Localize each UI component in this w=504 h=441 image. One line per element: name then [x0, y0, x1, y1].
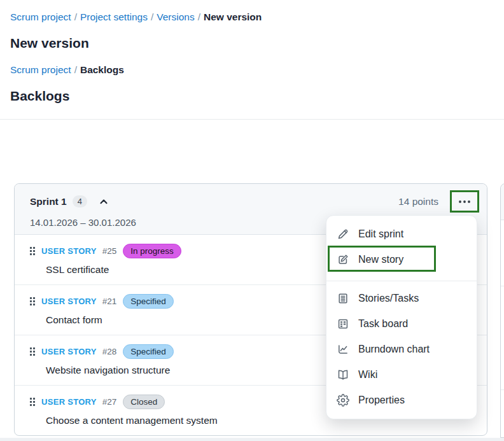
bottom-section-edge: [0, 438, 504, 441]
sprint-more-button[interactable]: [450, 190, 479, 213]
document-lines-icon: [337, 292, 349, 305]
sprint-name: Sprint 1: [30, 196, 67, 207]
menu-item-label: Edit sprint: [358, 228, 403, 240]
breadcrumb-separator: /: [74, 11, 77, 22]
menu-item-stories-tasks[interactable]: Stories/Tasks: [326, 286, 477, 311]
breadcrumb-link-scrum-project[interactable]: Scrum project: [10, 64, 71, 75]
drag-handle-icon[interactable]: [30, 297, 35, 305]
story-id: #25: [102, 246, 117, 256]
sprint-points: 14 points: [398, 196, 438, 207]
breadcrumb-current: New version: [204, 11, 262, 22]
section-title: Backlogs: [10, 88, 494, 104]
story-type-link[interactable]: USER STORY: [41, 347, 97, 356]
story-id: #27: [102, 397, 117, 407]
drag-handle-icon[interactable]: [30, 347, 35, 356]
section-divider: [0, 119, 504, 120]
menu-item-label: Task board: [358, 318, 408, 330]
drag-handle-icon[interactable]: [30, 398, 35, 406]
breadcrumb: Scrum project/Project settings/Versions/…: [10, 11, 494, 23]
breadcrumb-separator: /: [198, 11, 200, 22]
story-id: #21: [102, 297, 117, 306]
menu-item-label: Burndown chart: [358, 344, 430, 355]
story-count-badge: 4: [73, 195, 87, 207]
line-chart-icon: [337, 343, 349, 356]
breadcrumb-separator: /: [151, 11, 153, 22]
menu-item-burndown-chart[interactable]: Burndown chart: [326, 337, 477, 362]
more-horizontal-icon: [458, 200, 472, 204]
menu-item-new-story[interactable]: New story: [326, 247, 477, 272]
breadcrumb-link-scrum-project[interactable]: Scrum project: [10, 11, 71, 22]
breadcrumb-link-versions[interactable]: Versions: [157, 11, 194, 22]
menu-item-label: Stories/Tasks: [358, 293, 419, 304]
menu-item-task-board[interactable]: Task board: [326, 311, 477, 337]
menu-divider: [326, 281, 477, 281]
compose-icon: [337, 253, 349, 266]
pencil-icon: [337, 228, 349, 241]
story-type-link[interactable]: USER STORY: [41, 397, 97, 407]
status-badge: Specified: [123, 294, 174, 309]
story-id: #28: [102, 347, 117, 356]
page-header: Scrum project/Project settings/Versions/…: [0, 0, 504, 104]
breadcrumb-link-project-settings[interactable]: Project settings: [80, 11, 148, 22]
breadcrumb-separator: /: [74, 64, 77, 75]
menu-item-wiki[interactable]: Wiki: [326, 362, 477, 388]
menu-item-label: Wiki: [358, 369, 377, 381]
menu-item-properties[interactable]: Properties: [326, 388, 477, 413]
menu-item-label: Properties: [358, 395, 405, 406]
open-book-icon: [337, 368, 349, 381]
sprint-context-menu: Edit sprint New story Stories/Tasks Task…: [326, 215, 477, 419]
breadcrumb-current: Backlogs: [80, 64, 124, 75]
status-badge: Closed: [123, 395, 165, 409]
board-icon: [337, 318, 349, 330]
story-type-link[interactable]: USER STORY: [41, 297, 97, 306]
menu-item-label: New story: [358, 254, 403, 265]
chevron-up-icon: [99, 197, 109, 207]
collapse-sprint-button[interactable]: [99, 197, 109, 207]
page-title: New version: [10, 36, 494, 51]
gear-icon: [337, 394, 349, 407]
breadcrumb-second: Scrum project/Backlogs: [10, 64, 494, 76]
menu-item-edit-sprint[interactable]: Edit sprint: [326, 221, 477, 247]
adjacent-card-edge: [500, 183, 504, 438]
drag-handle-icon[interactable]: [30, 247, 35, 255]
status-badge: Specified: [123, 344, 174, 359]
status-badge: In progress: [123, 244, 181, 258]
story-type-link[interactable]: USER STORY: [41, 246, 97, 256]
